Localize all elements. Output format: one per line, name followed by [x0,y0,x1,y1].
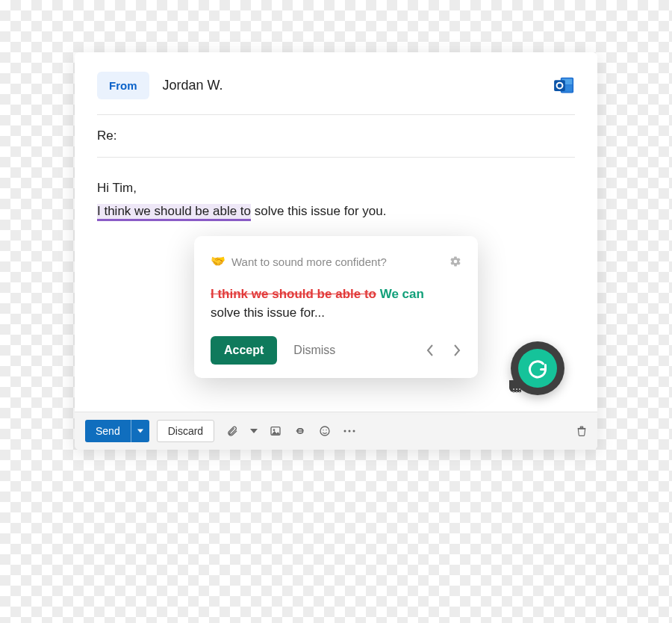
svg-marker-5 [137,430,143,433]
svg-point-10 [320,427,329,436]
attachment-icon[interactable] [226,424,238,438]
body-highlighted-span: I think we should be able to [97,204,251,221]
link-icon[interactable] [293,427,307,436]
svg-rect-17 [580,427,583,428]
suggestion-added-text: We can [380,287,424,301]
svg-rect-3 [554,80,565,91]
body-rest: solve this issue for you. [251,204,386,218]
grammarly-suggestion-popover: 🤝 Want to sound more confident? I think … [194,236,478,378]
svg-point-13 [344,430,346,433]
svg-point-12 [326,430,327,430]
suggestion-actions: Accept Dismiss [211,336,461,365]
from-name: Jordan W. [163,78,223,93]
svg-point-14 [349,430,351,433]
image-icon[interactable] [270,425,281,437]
suggestion-text: I think we should be able to We can solv… [211,285,461,323]
svg-point-11 [323,430,324,430]
gear-icon[interactable] [449,255,461,267]
body-line: I think we should be able to solve this … [97,200,575,223]
outlook-icon [554,76,575,96]
handshake-icon: 🤝 [211,251,225,273]
emoji-icon[interactable] [319,425,331,437]
more-icon[interactable] [343,429,356,433]
chevron-right-icon[interactable] [452,344,461,357]
grammarly-bubble[interactable] [511,341,564,395]
send-button[interactable]: Send [85,420,149,442]
grammarly-drag-dots [513,388,520,393]
dismiss-button[interactable]: Dismiss [293,344,335,357]
svg-marker-6 [250,429,258,433]
discard-button[interactable]: Discard [157,420,214,442]
trash-icon[interactable] [576,425,587,437]
body-greeting: Hi Tim, [97,177,575,200]
suggestion-removed-text: I think we should be able to [211,287,376,301]
compose-toolbar: Send Discard [75,412,597,450]
dropdown-icon[interactable] [250,427,258,435]
svg-point-15 [353,430,355,433]
from-row: From Jordan W. [97,72,575,115]
accept-button[interactable]: Accept [211,336,277,365]
chevron-left-icon[interactable] [426,344,435,357]
suggestion-header: 🤝 Want to sound more confident? [211,251,461,273]
email-body-area[interactable]: Hi Tim, I think we should be able to sol… [97,158,575,412]
grammarly-logo-icon [518,349,557,388]
subject-prefix: Re: [97,128,116,143]
send-button-label: Send [85,420,131,442]
subject-line[interactable]: Re: [97,115,575,158]
suggestion-tail-text: solve this issue for... [211,306,325,320]
suggestion-prompt: Want to sound more confident? [231,252,387,272]
svg-point-8 [273,429,276,431]
from-label: From [97,72,149,99]
email-compose-card: From Jordan W. Re: Hi Tim, I think we sh… [75,52,597,450]
send-split-chevron-icon[interactable] [131,420,149,442]
toolbar-icon-group [226,424,356,438]
